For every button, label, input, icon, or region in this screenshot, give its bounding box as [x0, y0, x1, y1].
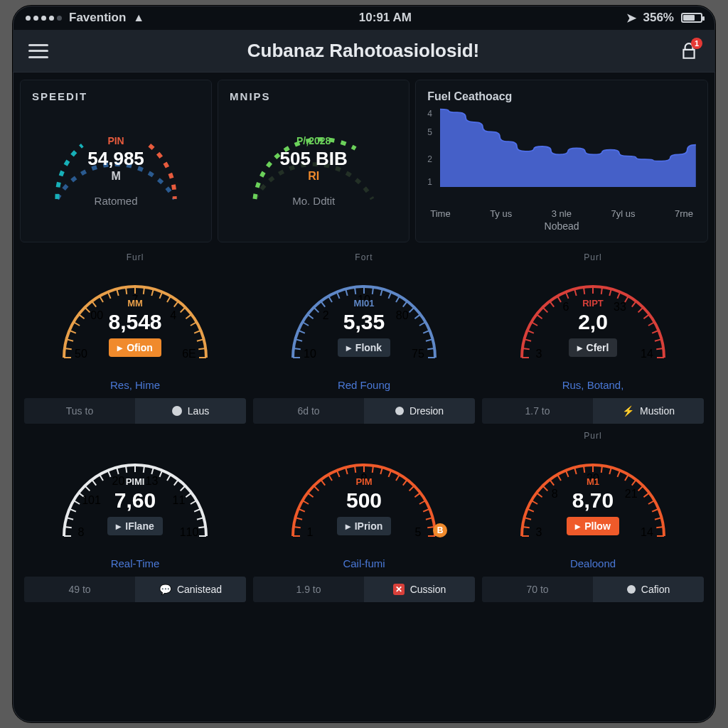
gauge-value: 5,35: [282, 310, 446, 334]
split-left-button[interactable]: 70 to: [482, 577, 593, 602]
ytick: 2: [427, 154, 432, 164]
battery-label: 356%: [643, 11, 674, 25]
svg-line-73: [601, 287, 602, 294]
gauge-link[interactable]: Real-Time: [24, 557, 246, 569]
battery-icon: [681, 13, 702, 23]
gauge-split-button: 1.7 to ⚡Mustion: [482, 398, 704, 424]
chip-icon: ▸: [577, 342, 582, 353]
gauge-card-1-0: Furl 5000746E MM 8,548 ▸Ofion Res, Hime …: [24, 252, 246, 424]
speed-value: 54,985: [32, 148, 200, 170]
svg-line-159: [584, 466, 584, 473]
speed-tag: PIN: [32, 135, 200, 146]
split-right-button[interactable]: Dresion: [364, 398, 475, 424]
app-frame: Favention ▲ 10:91 AM ➤ 356% Cubanaz Raho…: [13, 6, 715, 722]
svg-line-131: [355, 466, 355, 473]
gauge-chip-button[interactable]: ▸IPrion: [337, 517, 392, 535]
gauge-dial: 195 B PIM 500 ▸IPrion: [282, 444, 446, 550]
gauge-chip-button[interactable]: ▸Pllow: [567, 517, 619, 535]
svg-line-71: [584, 287, 584, 294]
split-left-button[interactable]: 1.7 to: [482, 398, 593, 424]
gauge-split-button: 6d to Dresion: [253, 398, 475, 424]
gauge-small-label: PIM: [282, 476, 446, 487]
speed-card: SPEEDIT PIN 54,985 M Ratomed: [20, 80, 212, 242]
fuel-chart-title: Fuel Ceathoacg: [427, 90, 696, 103]
mnips-card: MNIPS P/,2028 505 BIB RI Mo. Ddtit: [218, 80, 410, 242]
gauge-chip-button[interactable]: ▸Flonk: [338, 338, 390, 357]
bolt-icon: ⚡: [622, 405, 634, 417]
gauge-link[interactable]: Cail-fumi: [253, 557, 475, 569]
chip-icon: ▸: [117, 342, 122, 353]
gauge-title: [253, 431, 475, 441]
split-left-button[interactable]: 1.9 to: [253, 577, 364, 602]
gauge-title: Purl: [482, 252, 704, 262]
chip-icon: ▸: [116, 520, 121, 532]
gauge-card-1-2: Purl 363314 RIPT 2,0 ▸Cferl Rus, Botand,…: [482, 252, 704, 424]
dot-icon: [627, 585, 636, 594]
location-icon: ➤: [626, 11, 636, 26]
gauge-split-button: 1.9 to ✕Cussion: [253, 577, 475, 602]
svg-line-41: [355, 287, 355, 294]
split-left-button[interactable]: 6d to: [253, 398, 364, 424]
gauge-link[interactable]: Res, Hime: [24, 379, 246, 391]
svg-line-161: [601, 466, 602, 473]
split-right-button[interactable]: ✕Cussion: [364, 577, 475, 602]
gauge-card-2-1: 195 B PIM 500 ▸IPrion Cail-fumi 1.9 to ✕…: [253, 431, 475, 602]
gauge-chip-button[interactable]: ▸Ofion: [109, 338, 161, 357]
chip-icon: ▸: [346, 520, 350, 532]
gauge-chip-button[interactable]: ▸IFlane: [107, 517, 162, 535]
gauge-card-2-0: 8101201311110 PIMI 7,60 ▸IFlane Real-Tim…: [24, 431, 246, 602]
carrier-label: Favention: [69, 11, 126, 25]
gauge-title: Purl: [482, 431, 704, 441]
page-title: Cubanaz Rahotoasiolosid!: [247, 40, 479, 62]
notification-badge: 1: [691, 38, 702, 49]
split-right-button[interactable]: 💬Canistead: [135, 577, 246, 602]
gauge-link[interactable]: Dealoond: [482, 557, 704, 569]
svg-line-133: [373, 466, 373, 473]
app-header: Cubanaz Rahotoasiolosid! 1: [13, 30, 715, 73]
mnips-title: MNIPS: [230, 90, 397, 102]
gauge-title: [24, 431, 246, 441]
split-right-button[interactable]: ⚡Mustion: [593, 398, 704, 424]
gauge-small-label: RIPT: [511, 298, 675, 309]
split-right-button[interactable]: Cafion: [593, 577, 704, 602]
gauge-card-1-1: Fort 102108075 MI01 5,35 ▸Flonk Red Foun…: [253, 252, 475, 424]
summary-row: SPEEDIT PIN 54,985 M Ratomed MNIPS P/,20…: [13, 73, 715, 242]
split-left-button[interactable]: Tus to: [24, 398, 135, 424]
split-right-button[interactable]: Laus: [135, 398, 246, 424]
gauge-dial: 5000746E MM 8,548 ▸Ofion: [53, 265, 217, 372]
gauge-value: 8,70: [511, 488, 675, 513]
mnips-gauge: P/,2028 505 BIB RI: [230, 107, 397, 192]
xtick: 7yl us: [611, 208, 635, 219]
gauge-dial: 102108075 MI01 5,35 ▸Flonk: [282, 265, 446, 372]
svg-line-13: [144, 287, 144, 294]
fuel-chart: 4 5 2 1: [427, 106, 696, 205]
menu-button[interactable]: [28, 44, 48, 58]
wifi-icon: ▲: [133, 11, 144, 24]
mnips-tag: P/,2028: [230, 135, 397, 146]
svg-line-11: [126, 287, 127, 294]
gauge-value: 8,548: [53, 310, 217, 334]
xtick: Time: [430, 208, 450, 219]
notifications-button[interactable]: 1: [678, 41, 700, 62]
chip-icon: ▸: [575, 520, 580, 532]
chip-icon: ▸: [346, 342, 351, 353]
xtick: 7rne: [675, 208, 693, 219]
speed-unit: M: [32, 170, 200, 183]
clock-label: 10:91 AM: [359, 11, 412, 25]
chat-icon: 💬: [159, 584, 171, 595]
gauge-small-label: PIMI: [53, 476, 217, 487]
gauge-dial: 8101201311110 PIMI 7,60 ▸IFlane: [53, 444, 217, 550]
ytick: 4: [427, 109, 432, 119]
speed-gauge: PIN 54,985 M: [32, 107, 200, 192]
status-bar: Favention ▲ 10:91 AM ➤ 356%: [13, 6, 715, 30]
split-left-button[interactable]: 49 to: [24, 577, 135, 602]
svg-line-100: [126, 466, 127, 473]
xtick: 3 nle: [552, 208, 572, 219]
gauge-link[interactable]: Rus, Botand,: [482, 379, 704, 391]
svg-line-102: [144, 466, 144, 473]
gauge-chip-button[interactable]: ▸Cferl: [569, 338, 618, 357]
gauge-link[interactable]: Red Foung: [253, 379, 475, 391]
mnips-value: 505 BIB: [230, 148, 397, 170]
gauge-value: 2,0: [511, 310, 675, 334]
gauge-title: Furl: [24, 252, 246, 262]
